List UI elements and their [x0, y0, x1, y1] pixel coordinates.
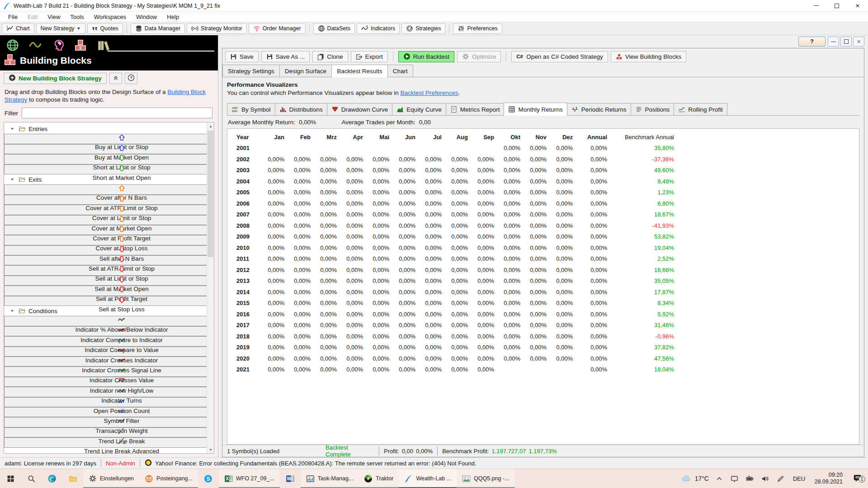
toolbar-new-strategy-button[interactable]: New Strategy▼ — [36, 23, 85, 34]
export-button[interactable]: Export — [351, 51, 388, 62]
new-building-block-strategy-button[interactable]: New Building Block Strategy — [4, 73, 107, 84]
column-header-mrz: Mrz — [312, 131, 339, 143]
toolbar-chart-button[interactable]: Chart — [2, 23, 34, 34]
month-cell: 0,00% — [417, 286, 443, 298]
wave-icon[interactable] — [29, 39, 42, 52]
taskbar-edge-button[interactable] — [42, 469, 62, 488]
panel-close-button[interactable]: ✕ — [853, 37, 864, 47]
tree-expander-icon[interactable] — [9, 177, 16, 182]
toolbar-order-manager-button[interactable]: Order Manager — [249, 23, 306, 34]
license-status: adami: License renews in 297 days — [0, 460, 101, 467]
toolbar-indicators-button[interactable]: Indicators — [357, 23, 400, 34]
viz-tab-metrics-report[interactable]: Metrics Report — [446, 103, 505, 115]
battery-icon[interactable] — [743, 475, 757, 483]
taskbar-search-button[interactable] — [21, 469, 42, 488]
clock[interactable]: 09:20 28.09.2021 — [811, 472, 846, 485]
menu-window[interactable]: Window — [132, 13, 161, 21]
viz-tab-distributions[interactable]: Distributions — [275, 103, 327, 115]
taskbar-skype-button[interactable]: S — [198, 469, 219, 488]
menu-tools[interactable]: Tools — [66, 13, 88, 21]
viz-tab-monthly-returns[interactable]: Monthly Returns — [504, 103, 567, 116]
month-cell: 0,00% — [339, 187, 365, 198]
collapse-all-button[interactable] — [109, 73, 122, 84]
viz-tab-by-symbol[interactable]: ABCDEFBy Symbol — [227, 103, 275, 115]
toolbar-preferences-button[interactable]: Preferences — [453, 23, 502, 34]
tree-item-indicator-above-below-indicator[interactable]: Indicator % Above/Below Indicator — [4, 316, 214, 326]
clone-button[interactable]: Clone — [312, 51, 348, 62]
taskbar-taskmanager-button[interactable]: Task-Manag... — [301, 469, 359, 488]
tree-item-buy-at-limit-or-stop[interactable]: Buy at Limit or Stop — [4, 134, 214, 144]
language-indicator[interactable]: DEU — [789, 475, 809, 482]
window-maximize-button[interactable] — [826, 0, 847, 11]
menu-view[interactable]: View — [43, 13, 65, 21]
open-as-c-coded-strategy-button[interactable]: C#Open as C# Coded Strategy — [511, 51, 608, 62]
notification-center-button[interactable]: 1 — [848, 474, 866, 483]
globe-icon[interactable] — [6, 39, 19, 52]
viz-tab-periodic-returns[interactable]: Periodic Returns — [567, 103, 631, 115]
tree-expander-icon[interactable] — [9, 308, 16, 314]
taskbar-word-button[interactable]: W — [280, 469, 301, 488]
profit-value: 0,00 — [402, 448, 413, 455]
scroll-down-arrow-icon[interactable]: ▼ — [207, 446, 214, 453]
viz-tab-equity-curve[interactable]: Equity Curve — [392, 103, 446, 115]
viz-tab-rolling-profit[interactable]: Rolling Profit — [674, 103, 727, 115]
viz-tab-drawdown-curve[interactable]: Drawdown Curve — [327, 103, 393, 115]
window-close-button[interactable]: ✕ — [847, 0, 868, 11]
month-cell: 0,00% — [522, 253, 548, 265]
temperature-label[interactable]: 17°C — [695, 475, 709, 482]
tab-strategy-settings[interactable]: Strategy Settings — [222, 65, 280, 77]
books-icon[interactable] — [97, 39, 109, 52]
speaker-icon[interactable] — [759, 475, 772, 483]
weather-cloud-icon[interactable] — [679, 474, 693, 483]
backtest-preferences-link[interactable]: Backtest Preferences — [400, 89, 458, 96]
scrollbar-thumb[interactable] — [208, 131, 213, 257]
taskbar-explorer-button[interactable] — [62, 469, 83, 488]
filter-input[interactable] — [22, 108, 212, 118]
scroll-up-arrow-icon[interactable]: ▲ — [207, 122, 214, 130]
viz-tab-positions[interactable]: Positions — [631, 103, 675, 115]
panel-help-button[interactable]: ? — [798, 37, 826, 47]
menu-file[interactable]: File — [4, 13, 22, 21]
taskbar-einstellungen-button[interactable]: Einstellungen — [83, 469, 139, 488]
menu-help[interactable]: Help — [162, 13, 184, 21]
toolbar-quotes-button[interactable]: Quotes — [87, 23, 123, 34]
tab-backtest-results[interactable]: Backtest Results — [331, 65, 388, 77]
taskbar-excel-button[interactable]: XWFO 27_09_... — [219, 469, 280, 488]
month-cell: 0,00% — [522, 198, 548, 209]
menu-workspaces[interactable]: Workspaces — [90, 13, 131, 21]
blocks-icon[interactable] — [74, 39, 87, 52]
view-building-blocks-button[interactable]: View Building Blocks — [611, 51, 686, 62]
month-cell: 0,00% — [522, 320, 548, 331]
taskbar-traktor-button[interactable]: Traktor — [359, 469, 399, 488]
toolbar-datasets-button[interactable]: DataSets — [313, 23, 355, 34]
panel-restore-button[interactable] — [840, 37, 852, 47]
menu-edit[interactable]: Edit — [23, 13, 42, 21]
arrow-up-orange-icon — [118, 235, 125, 242]
tab-chart[interactable]: Chart — [387, 65, 413, 77]
taskbar-posteingang-button[interactable]: Posteingang... — [139, 469, 198, 488]
optimize-button[interactable]: Optimize — [457, 51, 501, 62]
tree-item-cover-after-n-bars[interactable]: Cover after N Bars — [4, 184, 214, 194]
cast-icon[interactable] — [728, 475, 741, 483]
taskbar-wealthlab-button[interactable]: Wealth-Lab ... — [399, 469, 457, 488]
tree-expander-icon[interactable] — [9, 126, 16, 131]
save-as-button[interactable]: Save As ... — [261, 51, 310, 62]
toolbar-strategies-button[interactable]: Strategies — [401, 23, 445, 34]
tree-folder-entries[interactable]: Entries — [4, 124, 214, 134]
average-trades-per-month-value: 0,00 — [419, 119, 431, 126]
tab-design-surface[interactable]: Design Surface — [279, 65, 332, 77]
panel-minimize-button[interactable] — [828, 37, 839, 47]
toolbar-data-manager-button[interactable]: Data Manager — [131, 23, 185, 34]
save-button[interactable]: Save — [225, 51, 259, 62]
sidebar-help-button[interactable]: ? — [125, 73, 137, 84]
taskbar-start-button[interactable] — [0, 469, 21, 488]
pen-icon[interactable] — [774, 475, 788, 483]
taskbar-qqq5-image-button[interactable]: QQQ5.png -... — [457, 469, 515, 488]
tray-chevron-up-icon[interactable] — [712, 475, 726, 482]
month-cell: 0,00% — [391, 353, 417, 364]
brain-icon[interactable] — [52, 39, 64, 52]
run-backtest-button[interactable]: Run Backtest — [398, 51, 454, 62]
tree-scrollbar[interactable]: ▲ ▼ — [207, 122, 214, 453]
window-minimize-button[interactable] — [806, 0, 826, 11]
toolbar-strategy-monitor-button[interactable]: Strategy Monitor — [187, 23, 247, 34]
